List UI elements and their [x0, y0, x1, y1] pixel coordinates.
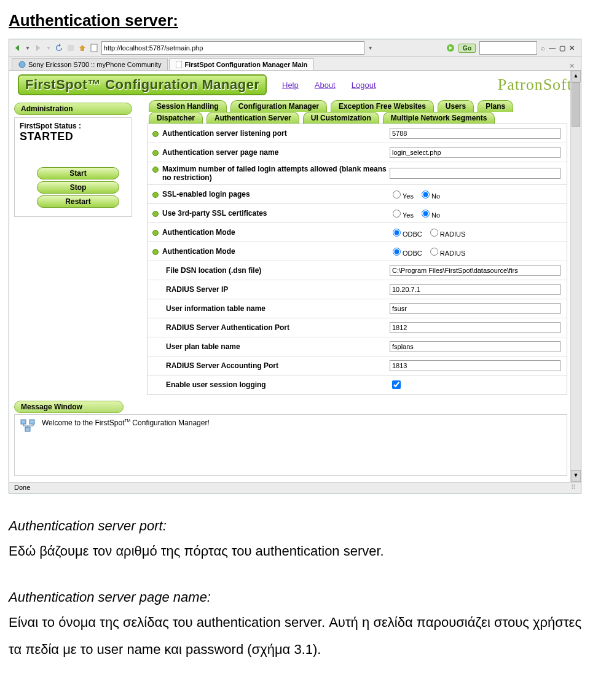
- setting-label: Authentication Mode: [150, 247, 390, 256]
- browser-tab[interactable]: Sony Ericsson S700 :: myPhone Community: [12, 58, 168, 70]
- svg-marker-3: [79, 45, 85, 51]
- tab-plans[interactable]: Plans: [478, 100, 513, 112]
- bullet-icon: [152, 150, 159, 156]
- setting-label: Maximum number of failed login attempts …: [150, 165, 390, 182]
- page-icon: [90, 44, 98, 52]
- search-icon[interactable]: ⌕: [541, 44, 545, 52]
- scroll-down-icon[interactable]: ▼: [571, 470, 581, 482]
- about-link[interactable]: About: [315, 81, 336, 90]
- setting-label: RADIUS Server IP: [150, 285, 390, 294]
- reload-icon[interactable]: [55, 44, 63, 52]
- document-title: Authentication server:: [9, 11, 581, 30]
- dropdown-icon[interactable]: ▼: [368, 45, 373, 51]
- tab-users[interactable]: Users: [438, 100, 474, 112]
- message-body: Welcome to the FirstSpotTM Configuration…: [14, 414, 567, 476]
- svg-rect-8: [176, 61, 182, 68]
- setting-row: RADIUS Server IP: [148, 280, 567, 299]
- radio-option[interactable]: No: [419, 211, 440, 219]
- home-icon[interactable]: [78, 44, 87, 52]
- status-text: Done: [14, 484, 30, 492]
- resize-grip-icon[interactable]: ⠿: [571, 484, 576, 492]
- setting-label: Authentication server page name: [150, 148, 390, 157]
- setting-label: Authentication Mode: [150, 228, 390, 237]
- svg-marker-1: [36, 45, 40, 51]
- svg-rect-2: [68, 45, 74, 51]
- forward-icon[interactable]: [34, 44, 42, 52]
- browser-window: ▼ ▼ ▼ Go ⌕ — ▢ ✕ Sony Ericsson S700 :: m…: [9, 39, 581, 494]
- close-icon[interactable]: ✕: [569, 44, 575, 52]
- setting-label: User plan table name: [150, 342, 390, 351]
- admin-header: Administration: [14, 103, 132, 115]
- restart-button[interactable]: Restart: [37, 195, 119, 208]
- setting-label: SSL-enabled login pages: [150, 190, 390, 199]
- start-button[interactable]: Start: [37, 167, 119, 179]
- stop-button[interactable]: Stop: [37, 181, 119, 194]
- setting-input[interactable]: [390, 322, 560, 333]
- setting-label: Enable user session logging: [150, 380, 390, 389]
- setting-row: User plan table name: [148, 337, 567, 356]
- page-icon: [176, 61, 182, 68]
- dropdown-icon: ▼: [46, 45, 51, 51]
- message-header: Message Window: [14, 401, 124, 413]
- setting-label: RADIUS Server Accounting Port: [150, 361, 390, 370]
- search-input[interactable]: [479, 41, 537, 55]
- setting-row: Authentication ModeODBCRADIUS: [148, 242, 567, 261]
- radio-option[interactable]: ODBC: [390, 230, 422, 238]
- tab-session-handling[interactable]: Session Handling: [149, 100, 227, 112]
- setting-row: Authentication server page name: [148, 143, 567, 162]
- setting-input[interactable]: [390, 303, 560, 314]
- setting-label: Use 3rd-party SSL certificates: [150, 209, 390, 218]
- minimize-icon[interactable]: —: [549, 44, 556, 52]
- tab-close-icon[interactable]: ✕: [565, 62, 578, 70]
- setting-input[interactable]: [390, 265, 560, 276]
- page-content: ▲ ▼ FirstSpot™ Configuration Manager Hel…: [9, 71, 581, 482]
- maximize-icon[interactable]: ▢: [559, 44, 565, 52]
- tab-config-manager[interactable]: Configuration Manager: [230, 100, 327, 112]
- svg-rect-4: [91, 44, 97, 52]
- tab-exception-websites[interactable]: Exception Free Websites: [331, 100, 434, 112]
- go-icon: [446, 44, 455, 52]
- help-link[interactable]: Help: [282, 81, 299, 90]
- radio-option[interactable]: ODBC: [390, 250, 422, 257]
- setting-row: Enable user session logging: [148, 376, 567, 394]
- setting-row: Authentication ModeODBCRADIUS: [148, 223, 567, 242]
- browser-tab[interactable]: FirstSpot Configuration Manager Main: [169, 58, 314, 70]
- scroll-up-icon[interactable]: ▲: [571, 71, 581, 82]
- back-icon[interactable]: [13, 44, 22, 52]
- setting-row: User information table name: [148, 299, 567, 318]
- radio-option[interactable]: No: [419, 192, 440, 200]
- go-button[interactable]: Go: [458, 44, 476, 53]
- svg-rect-9: [21, 420, 26, 424]
- svg-marker-0: [15, 45, 19, 51]
- section-body: Είναι το όνομα της σελίδας του authentic…: [9, 609, 581, 663]
- setting-checkbox[interactable]: [392, 380, 401, 389]
- setting-input[interactable]: [390, 341, 560, 352]
- tab-label: Sony Ericsson S700 :: myPhone Community: [28, 61, 161, 68]
- setting-label: RADIUS Server Authentication Port: [150, 323, 390, 332]
- radio-option[interactable]: RADIUS: [427, 250, 466, 257]
- bullet-icon: [152, 131, 159, 137]
- radio-option[interactable]: Yes: [390, 211, 414, 219]
- url-input[interactable]: [101, 41, 364, 55]
- tab-auth-server[interactable]: Authentication Server: [206, 112, 299, 124]
- setting-input[interactable]: [390, 168, 560, 179]
- status-value: STARTED: [20, 130, 127, 143]
- dropdown-icon[interactable]: ▼: [25, 45, 30, 51]
- stop-icon[interactable]: [67, 44, 74, 52]
- setting-input[interactable]: [390, 147, 560, 158]
- setting-input[interactable]: [390, 128, 560, 139]
- logout-link[interactable]: Logout: [352, 81, 376, 90]
- tab-dispatcher[interactable]: Dispatcher: [149, 112, 203, 124]
- message-text: Welcome to the FirstSpotTM Configuration…: [42, 419, 210, 427]
- setting-input[interactable]: [390, 284, 560, 295]
- setting-row: RADIUS Server Authentication Port: [148, 318, 567, 337]
- setting-input[interactable]: [390, 360, 560, 371]
- tab-network-segments[interactable]: Multiple Network Segments: [383, 112, 495, 124]
- status-bar: Done ⠿: [9, 482, 581, 493]
- tab-bar: Sony Ericsson S700 :: myPhone Community …: [9, 57, 581, 71]
- setting-label: Authentication server listening port: [150, 129, 390, 138]
- radio-option[interactable]: RADIUS: [427, 230, 466, 238]
- setting-label: User information table name: [150, 304, 390, 313]
- radio-option[interactable]: Yes: [390, 192, 414, 200]
- tab-ui-custom[interactable]: UI Customization: [303, 112, 379, 124]
